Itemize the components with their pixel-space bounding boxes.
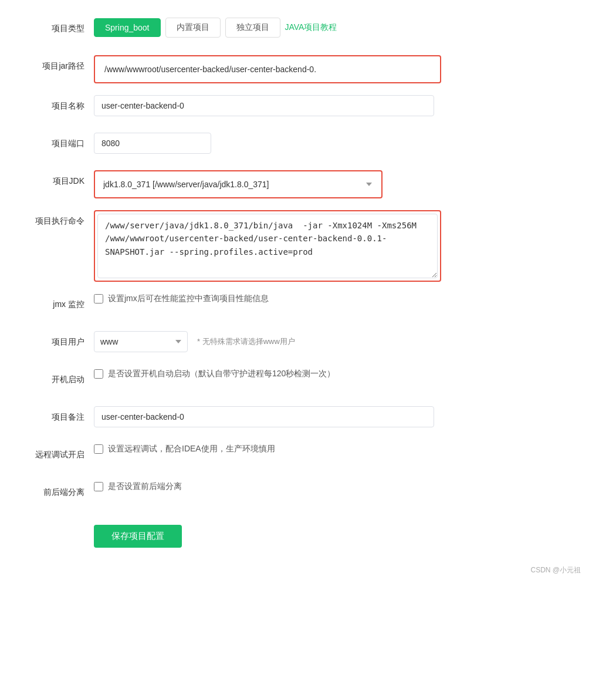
save-label-spacer [35,519,94,525]
remark-content [94,406,581,427]
jar-path-label: 项目jar路径 [35,55,94,72]
jmx-checkbox[interactable] [94,294,103,303]
project-user-select[interactable]: www root [94,331,188,352]
save-content: 保存项目配置 [94,519,581,548]
project-user-content: www root * 无特殊需求请选择www用户 [94,331,581,352]
autostart-desc: 是否设置开机自动启动（默认自带守护进程每120秒检测一次） [108,369,335,379]
exec-cmd-content: /www/server/java/jdk1.8.0_371/bin/java -… [94,210,581,282]
btn-spring-boot[interactable]: Spring_boot [94,18,161,37]
jmx-content: 设置jmx后可在性能监控中查询项目性能信息 [94,294,581,304]
remark-input[interactable] [94,406,434,427]
save-button[interactable]: 保存项目配置 [94,525,182,548]
autostart-content: 是否设置开机自动启动（默认自带守护进程每120秒检测一次） [94,369,581,379]
frontend-backend-desc: 是否设置前后端分离 [108,481,182,492]
project-user-row: 项目用户 www root * 无特殊需求请选择www用户 [35,331,581,357]
project-port-label: 项目端口 [35,133,94,149]
remote-debug-desc: 设置远程调试，配合IDEA使用，生产环境慎用 [108,444,275,454]
jdk-content: jdk1.8.0_371 [/www/server/java/jdk1.8.0_… [94,170,581,198]
exec-cmd-row: 项目执行命令 /www/server/java/jdk1.8.0_371/bin… [35,210,581,282]
remark-row: 项目备注 [35,406,581,432]
exec-cmd-textarea[interactable]: /www/server/java/jdk1.8.0_371/bin/java -… [97,214,438,278]
remote-debug-row: 远程调试开启 设置远程调试，配合IDEA使用，生产环境慎用 [35,444,581,470]
save-row: 保存项目配置 [35,519,581,548]
project-name-content [94,95,581,116]
autostart-row: 开机启动 是否设置开机自动启动（默认自带守护进程每120秒检测一次） [35,369,581,394]
jar-path-content [94,55,581,83]
jar-path-input[interactable] [97,59,438,80]
btn-builtin[interactable]: 内置项目 [165,18,221,38]
remote-debug-checkbox-row: 设置远程调试，配合IDEA使用，生产环境慎用 [94,444,275,454]
btn-standalone[interactable]: 独立项目 [225,18,280,38]
remote-debug-checkbox[interactable] [94,444,103,454]
link-java-tutorial[interactable]: JAVA项目教程 [285,22,337,33]
project-name-row: 项目名称 [35,95,581,121]
project-port-content [94,133,581,154]
project-port-row: 项目端口 [35,133,581,158]
exec-cmd-highlight: /www/server/java/jdk1.8.0_371/bin/java -… [94,210,441,282]
jar-path-row: 项目jar路径 [35,55,581,83]
project-port-input[interactable] [94,133,211,154]
project-name-input[interactable] [94,95,434,116]
jmx-checkbox-row: 设置jmx后可在性能监控中查询项目性能信息 [94,294,269,304]
jmx-row: jmx 监控 设置jmx后可在性能监控中查询项目性能信息 [35,294,581,319]
frontend-backend-row: 前后端分离 是否设置前后端分离 [35,481,581,507]
project-name-label: 项目名称 [35,95,94,112]
autostart-label: 开机启动 [35,369,94,385]
exec-cmd-label: 项目执行命令 [35,210,94,227]
frontend-backend-label: 前后端分离 [35,481,94,498]
jmx-desc: 设置jmx后可在性能监控中查询项目性能信息 [108,294,269,304]
jmx-label: jmx 监控 [35,294,94,310]
jdk-select[interactable]: jdk1.8.0_371 [/www/server/java/jdk1.8.0_… [97,174,379,195]
jar-path-highlight [94,55,441,83]
remark-label: 项目备注 [35,406,94,423]
project-type-label: 项目类型 [35,18,94,34]
project-user-hint: * 无特殊需求请选择www用户 [197,336,295,347]
autostart-checkbox-row: 是否设置开机自动启动（默认自带守护进程每120秒检测一次） [94,369,335,379]
frontend-backend-content: 是否设置前后端分离 [94,481,581,492]
project-type-row: 项目类型 Spring_boot 内置项目 独立项目 JAVA项目教程 [35,18,581,43]
jdk-row: 项目JDK jdk1.8.0_371 [/www/server/java/jdk… [35,170,581,198]
remote-debug-content: 设置远程调试，配合IDEA使用，生产环境慎用 [94,444,581,454]
watermark: CSDN @小元祖 [35,565,581,575]
jdk-label: 项目JDK [35,170,94,187]
project-type-content: Spring_boot 内置项目 独立项目 JAVA项目教程 [94,18,581,38]
autostart-checkbox[interactable] [94,369,103,379]
project-user-label: 项目用户 [35,331,94,348]
frontend-backend-checkbox-row: 是否设置前后端分离 [94,481,182,492]
frontend-backend-checkbox[interactable] [94,482,103,491]
remote-debug-label: 远程调试开启 [35,444,94,460]
jdk-highlight: jdk1.8.0_371 [/www/server/java/jdk1.8.0_… [94,170,383,198]
